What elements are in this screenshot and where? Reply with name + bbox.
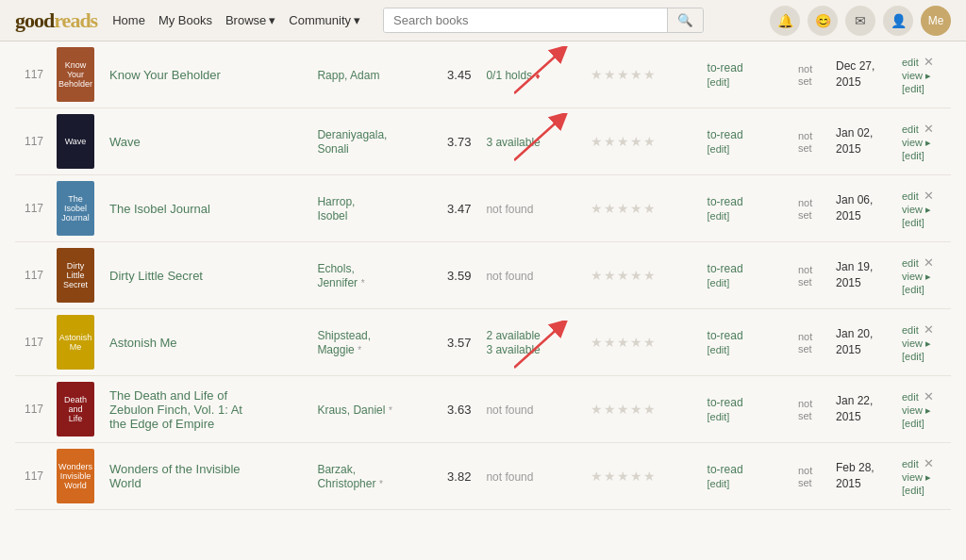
shelf-edit-link[interactable]: [edit]	[708, 143, 730, 155]
table-row: 117 DeathandLife The Death and Life ofZe…	[15, 376, 951, 443]
my-rating-cell[interactable]: ★★★★★	[583, 175, 700, 242]
edit-link2[interactable]: [edit]	[902, 217, 924, 228]
availability-link[interactable]: 2 available	[486, 329, 540, 342]
shelf-edit-link[interactable]: [edit]	[708, 210, 730, 222]
friend-requests-button[interactable]: 👤	[883, 6, 913, 36]
view-link[interactable]: view ▸	[902, 137, 931, 148]
availability-link[interactable]: 3 available	[486, 136, 540, 149]
remove-button[interactable]: ✕	[922, 322, 936, 337]
edit-link2[interactable]: [edit]	[902, 351, 924, 362]
edit-link2[interactable]: [edit]	[902, 485, 924, 496]
messages-button[interactable]: ✉	[845, 6, 875, 36]
shelf-edit-link[interactable]: [edit]	[708, 344, 730, 355]
author-link[interactable]: Jennifer	[317, 276, 358, 289]
book-author-cell: Echols,Jennifer *	[309, 242, 440, 309]
view-link[interactable]: view ▸	[902, 204, 931, 215]
edit-link2[interactable]: [edit]	[902, 418, 924, 429]
author-link[interactable]: Kraus, Daniel	[317, 404, 385, 417]
author-link[interactable]: Shipstead,	[317, 329, 371, 342]
my-rating-cell[interactable]: ★★★★★	[583, 309, 700, 376]
view-link[interactable]: view ▸	[902, 471, 931, 483]
author-link[interactable]: Maggie	[317, 343, 354, 356]
book-title-link[interactable]: Dirty Little Secret	[109, 269, 203, 283]
date-line1: Jan 22,	[836, 394, 873, 407]
star-rating[interactable]: ★★★★★	[591, 268, 692, 283]
date-line2: 2015	[836, 75, 861, 89]
edit-link2[interactable]: [edit]	[902, 284, 924, 295]
edit-link[interactable]: edit	[902, 458, 919, 469]
nav-community[interactable]: Community ▾	[289, 13, 360, 27]
edit-block: edit ✕ view ▸ [edit]	[902, 322, 943, 362]
star-rating[interactable]: ★★★★★	[591, 134, 692, 149]
remove-button[interactable]: ✕	[922, 389, 936, 404]
availability-cell: not found	[478, 376, 582, 443]
author-link[interactable]: Isobel	[317, 209, 347, 222]
date-line2: 2015	[836, 142, 861, 156]
book-title-link[interactable]: Know Your Beholder	[109, 68, 221, 82]
shelf-edit-link[interactable]: [edit]	[708, 277, 730, 288]
book-title-link[interactable]: Zebulon Finch, Vol. 1: At	[109, 403, 242, 417]
star-rating[interactable]: ★★★★★	[591, 201, 692, 216]
author-link[interactable]: Barzak,	[317, 463, 356, 476]
author-link[interactable]: Rapp, Adam	[317, 69, 379, 82]
my-rating-cell[interactable]: ★★★★★	[583, 376, 700, 443]
edit-link[interactable]: edit	[902, 324, 919, 336]
edit-link[interactable]: edit	[902, 391, 919, 403]
availability-link[interactable]: 3 available	[486, 343, 540, 356]
book-title-link[interactable]: The Isobel Journal	[109, 202, 210, 216]
star-rating[interactable]: ★★★★★	[591, 335, 692, 350]
search-button[interactable]: 🔍	[667, 8, 703, 32]
availability-link[interactable]: 0/1 holds ♦	[486, 69, 540, 82]
author-link[interactable]: Harrop,	[317, 195, 355, 208]
my-rating-cell[interactable]: ★★★★★	[583, 108, 700, 175]
friends-button[interactable]: 😊	[808, 6, 838, 36]
edit-link2[interactable]: [edit]	[902, 83, 924, 94]
edit-link[interactable]: edit	[902, 57, 919, 68]
author-link[interactable]: Christopher	[317, 477, 375, 490]
shelf-edit-link[interactable]: [edit]	[708, 76, 730, 88]
remove-button[interactable]: ✕	[922, 255, 936, 270]
my-rating-cell[interactable]: ★★★★★	[583, 443, 700, 510]
view-link[interactable]: view ▸	[902, 271, 931, 282]
date-added-cell: Feb 28, 2015	[828, 443, 894, 510]
avatar[interactable]: Me	[921, 6, 951, 36]
star-rating[interactable]: ★★★★★	[591, 469, 692, 484]
remove-button[interactable]: ✕	[922, 456, 936, 470]
remove-button[interactable]: ✕	[922, 122, 936, 136]
star-rating[interactable]: ★★★★★	[591, 67, 692, 82]
star-rating[interactable]: ★★★★★	[591, 402, 692, 417]
author-link[interactable]: Sonali	[317, 142, 348, 156]
date-line1: Jan 02,	[836, 126, 873, 140]
logo[interactable]: goodreads	[15, 8, 97, 33]
my-rating-cell[interactable]: ★★★★★	[583, 242, 700, 309]
author-link[interactable]: Echols,	[317, 262, 354, 275]
nav-home[interactable]: Home	[112, 13, 145, 27]
shelf-edit-link[interactable]: [edit]	[708, 478, 730, 489]
nav-my-books[interactable]: My Books	[158, 13, 212, 27]
book-title-link[interactable]: Astonish Me	[109, 336, 177, 350]
book-title-link[interactable]: World	[109, 476, 142, 490]
shelf-cell: to-read [edit]	[700, 108, 791, 175]
nav-browse[interactable]: Browse ▾	[225, 13, 275, 27]
view-link[interactable]: view ▸	[902, 404, 931, 416]
edit-link[interactable]: edit	[902, 124, 919, 135]
search-input[interactable]	[384, 8, 667, 32]
edit-link[interactable]: edit	[902, 257, 919, 269]
book-cover: Wave	[57, 114, 94, 169]
my-rating-cell[interactable]: ★★★★★	[583, 41, 700, 108]
date-added-cell: Dec 27, 2015	[828, 41, 894, 108]
book-title-link[interactable]: Wonders of the Invisible	[109, 462, 241, 476]
edit-link[interactable]: edit	[902, 190, 919, 202]
remove-button[interactable]: ✕	[922, 55, 936, 69]
author-link[interactable]: Deraniyagala,	[317, 128, 387, 141]
notifications-button[interactable]: 🔔	[770, 6, 800, 36]
book-title-link[interactable]: Wave	[109, 135, 141, 149]
book-title-link[interactable]: the Edge of Empire	[109, 417, 214, 431]
shelf-edit-link[interactable]: [edit]	[708, 411, 730, 422]
view-link[interactable]: view ▸	[902, 70, 931, 81]
remove-button[interactable]: ✕	[922, 189, 936, 203]
edit-link2[interactable]: [edit]	[902, 150, 924, 161]
avg-rating: 3.57	[440, 309, 478, 376]
book-title-link[interactable]: The Death and Life of	[109, 388, 227, 403]
view-link[interactable]: view ▸	[902, 338, 931, 349]
